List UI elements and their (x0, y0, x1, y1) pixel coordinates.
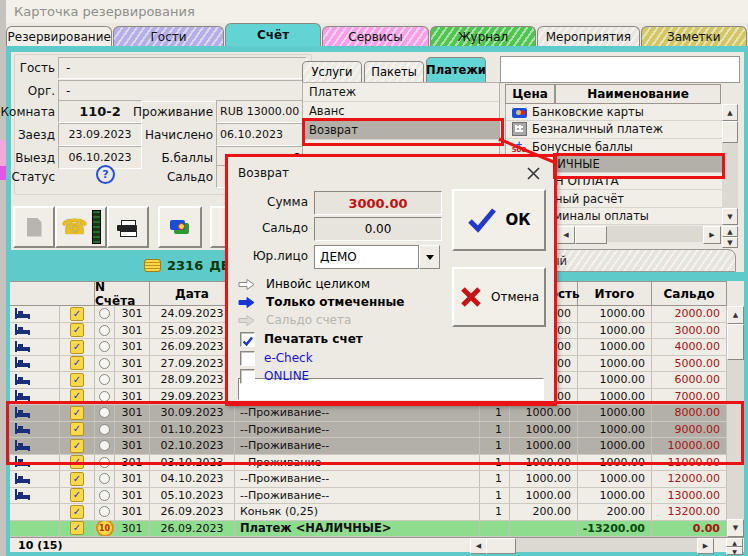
entity-value[interactable]: ДЕМО (314, 245, 419, 269)
table-row[interactable]: ✓30102.10.2023--Проживание--11000.001000… (10, 438, 727, 455)
row-marker-cell[interactable] (95, 372, 115, 388)
subtab-Услуги[interactable]: Услуги (302, 61, 362, 82)
scrollbar-thumb[interactable] (722, 121, 738, 143)
row-marker-cell[interactable] (95, 323, 115, 339)
checked-checkbox-icon[interactable]: ✓ (70, 389, 84, 403)
scrollbar-thumb[interactable] (727, 324, 744, 360)
close-icon[interactable] (525, 165, 541, 181)
scroll-up-icon[interactable]: ▲ (727, 306, 744, 324)
ok-button[interactable]: ОК (452, 189, 546, 251)
row-marker-cell[interactable] (95, 488, 115, 504)
subtab-Пакеты[interactable]: Пакеты (364, 61, 424, 82)
scrollbar-thumb[interactable] (486, 538, 516, 554)
row-checkbox-cell[interactable]: ✓ (60, 488, 95, 504)
radio-icon[interactable] (99, 506, 110, 517)
table-row[interactable]: ✓1030126.09.2023Платеж <НАЛИЧНЫЕ>-13200.… (10, 521, 727, 538)
scroll-left-icon[interactable]: ◀ (557, 226, 575, 244)
column-header[interactable]: Сальдо (652, 281, 727, 306)
org-field[interactable]: - (58, 80, 307, 102)
refund-scope-option[interactable]: Инвойс целиком (238, 276, 370, 292)
unchecked-checkbox-icon[interactable] (240, 369, 255, 384)
checkin-field[interactable]: 23.09.2023 (58, 123, 142, 146)
new-document-button[interactable] (13, 206, 55, 248)
row-marker-cell[interactable] (95, 455, 115, 471)
row-marker-cell[interactable]: 10 (95, 521, 115, 537)
row-checkbox-cell[interactable]: ✓ (60, 521, 95, 537)
scroll-right-icon[interactable]: ▶ (703, 226, 721, 244)
checked-checkbox-icon[interactable]: ✓ (70, 307, 84, 321)
tab-Сервисы[interactable]: Сервисы (322, 26, 428, 46)
menu-item-Аванс[interactable]: Аванс (303, 102, 499, 121)
row-checkbox-cell[interactable]: ✓ (60, 405, 95, 421)
tab-Гости[interactable]: Гости (113, 26, 223, 46)
menu-item-Возврат[interactable]: Возврат (303, 121, 499, 140)
scroll-down-icon[interactable]: ▼ (722, 208, 738, 225)
guest-field[interactable]: - (58, 57, 307, 79)
row-marker-cell[interactable] (95, 504, 115, 520)
radio-icon[interactable] (99, 374, 110, 385)
spinner-down-icon[interactable]: ▼ (726, 547, 743, 555)
scroll-right-icon[interactable]: ▶ (697, 538, 714, 554)
row-checkbox-cell[interactable]: ✓ (60, 438, 95, 454)
row-marker-cell[interactable] (95, 356, 115, 372)
dialog-checkbox-e-Check[interactable]: e-Check (240, 350, 313, 366)
cancel-button[interactable]: Отмена (452, 267, 546, 327)
checked-checkbox-icon[interactable]: ✓ (70, 356, 84, 370)
checked-checkbox-icon[interactable]: ✓ (70, 323, 84, 337)
table-row[interactable]: ✓30101.10.2023--Проживание--11000.001000… (10, 422, 727, 439)
price-panel-filter-box[interactable] (500, 56, 740, 83)
row-checkbox-cell[interactable]: ✓ (60, 471, 95, 487)
subtab-Платежи[interactable]: Платежи (426, 57, 486, 82)
table-row[interactable]: ✓30130.09.2023--Проживание--11000.001000… (10, 405, 727, 422)
tab-Резервирование[interactable]: Резервирование (6, 26, 112, 46)
row-marker-cell[interactable] (95, 422, 115, 438)
row-marker-cell[interactable] (95, 389, 115, 405)
name-column-header[interactable]: Наименование (555, 84, 721, 104)
column-header[interactable] (10, 281, 95, 306)
cards-button[interactable] (158, 206, 202, 248)
table-scrollbar[interactable]: ▲ ▼ (727, 306, 744, 537)
radio-icon[interactable] (99, 358, 110, 369)
checked-checkbox-icon[interactable]: ✓ (70, 505, 84, 519)
radio-icon[interactable] (99, 308, 110, 319)
sum-field[interactable]: 3000.00 (314, 191, 442, 215)
column-header[interactable]: N Счёта (95, 281, 150, 306)
tab-Журнал[interactable]: Журнал (430, 26, 536, 46)
checked-checkbox-icon[interactable]: ✓ (70, 455, 84, 469)
scroll-up-icon[interactable]: ▲ (722, 104, 738, 121)
radio-icon[interactable] (99, 341, 110, 352)
tab-Счёт[interactable]: Счёт (225, 23, 322, 46)
row-marker-cell[interactable] (95, 405, 115, 421)
payments-spinner[interactable]: ▲ ▼ (722, 226, 738, 247)
radio-icon[interactable] (99, 391, 110, 402)
column-header[interactable]: Дата (150, 281, 235, 306)
price-column-header[interactable]: Цена (505, 84, 555, 104)
radio-icon[interactable] (99, 325, 110, 336)
checked-checkbox-icon[interactable]: ✓ (70, 340, 84, 354)
row-checkbox-cell[interactable]: ✓ (60, 339, 95, 355)
tab-Мероприятия[interactable]: Мероприятия (537, 26, 639, 46)
checked-checkbox-icon[interactable]: ✓ (70, 373, 84, 387)
checked-checkbox-icon[interactable]: ✓ (70, 488, 84, 502)
status-question-icon[interactable]: ? (96, 165, 115, 184)
radio-icon[interactable] (99, 424, 110, 435)
room-field[interactable]: 110-2 (58, 100, 142, 123)
dropdown-button[interactable] (419, 245, 440, 269)
radio-icon[interactable] (99, 440, 110, 451)
checked-checkbox-icon[interactable]: ✓ (70, 521, 84, 535)
checked-checkbox-icon[interactable]: ✓ (70, 406, 84, 420)
radio-icon[interactable] (99, 490, 110, 501)
row-checkbox-cell[interactable]: ✓ (60, 356, 95, 372)
checked-checkbox-icon[interactable] (240, 332, 255, 347)
dialog-checkbox-ONLINE[interactable]: ONLINE (240, 368, 309, 384)
scroll-down-icon[interactable]: ▼ (727, 519, 744, 537)
spinner-up-icon[interactable]: ▲ (722, 226, 738, 237)
scrollbar-thumb[interactable] (575, 226, 607, 244)
row-checkbox-cell[interactable]: ✓ (60, 372, 95, 388)
row-checkbox-cell[interactable]: ✓ (60, 422, 95, 438)
print-button[interactable] (107, 206, 149, 248)
spinner-up-icon[interactable]: ▲ (726, 538, 743, 547)
tab-Заметки[interactable]: Заметки (641, 26, 747, 46)
checked-checkbox-icon[interactable]: ✓ (70, 439, 84, 453)
checked-checkbox-icon[interactable]: ✓ (70, 472, 84, 486)
